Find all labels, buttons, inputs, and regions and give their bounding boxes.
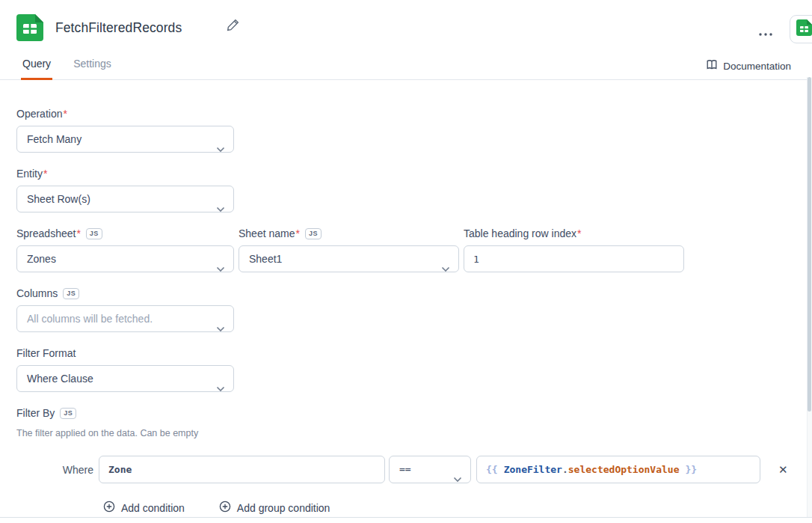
chevron-down-icon xyxy=(216,316,225,332)
sheet-name-label: Sheet name* JS xyxy=(239,227,459,239)
edit-name-icon[interactable] xyxy=(225,17,241,35)
required-marker: * xyxy=(577,227,581,239)
table-heading-row-index-label: Table heading row index* xyxy=(464,227,684,239)
add-group-condition-button[interactable]: Add group condition xyxy=(218,499,332,516)
binding-open-braces: {{ xyxy=(486,464,498,475)
binding-close-braces: }} xyxy=(685,464,697,475)
required-marker: * xyxy=(76,227,80,239)
vertical-scrollbar[interactable] xyxy=(807,77,812,517)
query-header: FetchFilteredRecords xyxy=(0,0,812,41)
field-spreadsheet: Spreadsheet* JS Zones xyxy=(16,227,234,272)
scrollbar-thumb[interactable] xyxy=(808,77,811,412)
required-marker: * xyxy=(296,227,300,239)
js-toggle-badge[interactable]: JS xyxy=(86,228,102,239)
operation-label: Operation* xyxy=(16,108,796,120)
table-heading-row-index-input[interactable] xyxy=(464,245,684,272)
more-options-icon[interactable] xyxy=(755,25,776,42)
field-filter-by: Filter By JS The filter applied on the d… xyxy=(16,407,796,516)
documentation-label: Documentation xyxy=(723,61,791,72)
js-toggle-badge[interactable]: JS xyxy=(63,288,79,299)
filter-format-label: Filter Format xyxy=(16,347,796,359)
field-table-heading-row-index: Table heading row index* xyxy=(464,227,684,272)
plus-circle-icon xyxy=(219,501,231,515)
required-marker: * xyxy=(63,108,67,120)
chevron-down-icon xyxy=(216,136,225,153)
where-column-input[interactable] xyxy=(99,456,385,483)
tab-query[interactable]: Query xyxy=(21,53,52,80)
condition-actions-row: Add condition Add group condition xyxy=(102,499,796,516)
entity-select[interactable]: Sheet Row(s) xyxy=(16,186,234,212)
add-condition-button[interactable]: Add condition xyxy=(102,499,186,516)
binding-dot: . xyxy=(562,464,568,475)
query-form: Operation* Fetch Many Entity* Sheet Row(… xyxy=(0,80,812,516)
field-operation: Operation* Fetch Many xyxy=(16,108,796,153)
filter-by-helper-text: The filter applied on the data. Can be e… xyxy=(16,428,796,438)
tab-bar: Query Settings Documentation xyxy=(0,53,812,80)
remove-condition-icon[interactable]: ✕ xyxy=(774,462,793,477)
field-sheet-name: Sheet name* JS Sheet1 xyxy=(239,227,459,272)
sheet-config-row: Spreadsheet* JS Zones Sheet name* JS She… xyxy=(16,227,796,287)
bottom-divider xyxy=(0,517,812,518)
field-filter-format: Filter Format Where Clause xyxy=(16,347,796,392)
datasource-shortcut[interactable] xyxy=(790,15,812,43)
filter-by-label: Filter By JS xyxy=(16,407,796,419)
js-toggle-badge[interactable]: JS xyxy=(305,228,322,239)
columns-label: Columns JS xyxy=(16,287,796,299)
sheet-name-select[interactable]: Sheet1 xyxy=(239,245,459,272)
entity-label: Entity* xyxy=(16,168,796,180)
google-sheets-icon xyxy=(16,14,43,41)
book-icon xyxy=(706,59,718,73)
where-condition-row: Where == {{ZoneFilter.selectedOptionValu… xyxy=(52,456,796,483)
chevron-down-icon xyxy=(441,256,450,272)
where-label: Where xyxy=(52,464,99,476)
tab-settings[interactable]: Settings xyxy=(72,53,113,80)
spreadsheet-label: Spreadsheet* JS xyxy=(16,227,234,239)
google-sheets-mini-icon xyxy=(796,19,812,39)
documentation-link[interactable]: Documentation xyxy=(706,59,791,79)
columns-select[interactable]: All columns will be fetched. xyxy=(16,305,234,332)
operation-select[interactable]: Fetch Many xyxy=(16,126,234,153)
query-title: FetchFilteredRecords xyxy=(55,20,182,36)
where-operator-select[interactable]: == xyxy=(389,456,471,483)
binding-object: ZoneFilter xyxy=(504,464,562,475)
where-value-code-input[interactable]: {{ZoneFilter.selectedOptionValue}} xyxy=(476,456,760,483)
spreadsheet-select[interactable]: Zones xyxy=(16,245,234,272)
chevron-down-icon xyxy=(216,376,225,392)
columns-placeholder: All columns will be fetched. xyxy=(27,313,153,325)
chevron-down-icon xyxy=(453,467,462,483)
binding-property: selectedOptionValue xyxy=(568,464,680,475)
chevron-down-icon xyxy=(216,256,225,272)
chevron-down-icon xyxy=(216,196,225,212)
required-marker: * xyxy=(43,168,47,180)
js-toggle-badge[interactable]: JS xyxy=(60,408,76,419)
filter-format-select[interactable]: Where Clause xyxy=(16,365,234,392)
field-columns: Columns JS All columns will be fetched. xyxy=(16,287,796,332)
plus-circle-icon xyxy=(103,501,115,515)
field-entity: Entity* Sheet Row(s) xyxy=(16,168,796,212)
